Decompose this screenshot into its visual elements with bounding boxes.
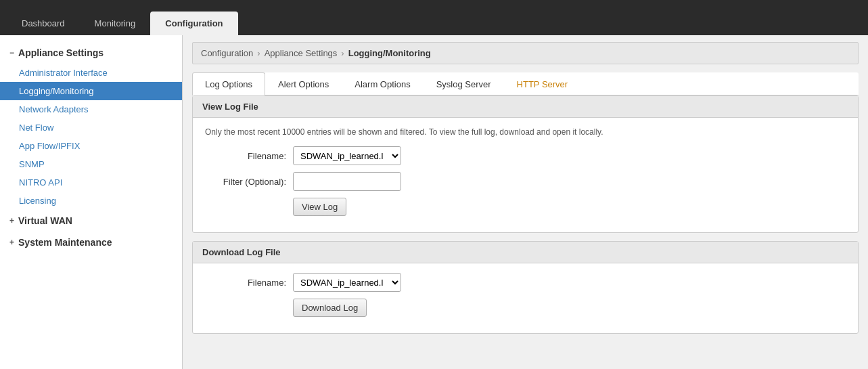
breadcrumb: Configuration › Appliance Settings › Log… [192, 42, 859, 64]
nav-tab-monitoring[interactable]: Monitoring [80, 12, 151, 35]
tab-http-server[interactable]: HTTP Server [504, 72, 581, 95]
breadcrumb-sep-2: › [341, 48, 344, 58]
collapse-icon: − [9, 48, 14, 58]
nav-tab-configuration[interactable]: Configuration [150, 12, 237, 35]
main-content: Configuration › Appliance Settings › Log… [183, 35, 868, 369]
sidebar: − Appliance Settings Administrator Inter… [0, 35, 183, 369]
breadcrumb-sep-1: › [257, 48, 260, 58]
top-nav: Dashboard Monitoring Configuration [0, 0, 868, 35]
view-log-button-row: View Log [205, 198, 846, 216]
view-log-filter-input[interactable] [293, 172, 401, 191]
download-log-button-row: Download Log [205, 299, 846, 317]
view-log-card-header: View Log File [193, 96, 858, 118]
view-log-filename-label: Filename: [205, 151, 293, 161]
download-log-filename-label: Filename: [205, 278, 293, 288]
sidebar-item-network-adapters[interactable]: Network Adapters [0, 100, 182, 118]
tab-alert-options[interactable]: Alert Options [265, 72, 342, 95]
sidebar-item-net-flow[interactable]: Net Flow [0, 118, 182, 137]
nav-tab-dashboard[interactable]: Dashboard [7, 12, 80, 35]
sidebar-section-title-system-maintenance: System Maintenance [18, 237, 112, 248]
sidebar-item-nitro-api[interactable]: NITRO API [0, 173, 182, 192]
view-log-filter-row: Filter (Optional): [205, 172, 846, 191]
breadcrumb-current: Logging/Monitoring [348, 48, 431, 58]
view-log-button[interactable]: View Log [293, 198, 346, 216]
view-log-filename-row: Filename: SDWAN_ip_learned.l [205, 146, 846, 165]
view-log-info-text: Only the most recent 10000 entries will … [205, 127, 846, 137]
download-log-card: Download Log File Filename: SDWAN_ip_lea… [192, 241, 859, 334]
download-log-filename-row: Filename: SDWAN_ip_learned.l [205, 273, 846, 292]
expand-icon-system-maintenance: + [9, 238, 14, 247]
breadcrumb-configuration[interactable]: Configuration [201, 48, 253, 58]
view-log-card-body: Only the most recent 10000 entries will … [193, 118, 858, 232]
sidebar-section-appliance-settings[interactable]: − Appliance Settings [0, 42, 182, 64]
sidebar-section-virtual-wan[interactable]: + Virtual WAN [0, 210, 182, 232]
main-layout: − Appliance Settings Administrator Inter… [0, 35, 868, 369]
sidebar-item-logging-monitoring[interactable]: Logging/Monitoring [0, 82, 182, 100]
sidebar-item-app-flow[interactable]: App Flow/IPFIX [0, 137, 182, 155]
sidebar-section-title-virtual-wan: Virtual WAN [18, 215, 72, 226]
tab-log-options[interactable]: Log Options [192, 72, 265, 95]
view-log-filter-label: Filter (Optional): [205, 177, 293, 187]
tab-syslog-server[interactable]: Syslog Server [424, 72, 504, 95]
tabs-bar: Log Options Alert Options Alarm Options … [192, 72, 859, 95]
sidebar-item-licensing[interactable]: Licensing [0, 192, 182, 210]
download-log-card-header: Download Log File [193, 242, 858, 263]
view-log-filename-select[interactable]: SDWAN_ip_learned.l [293, 146, 401, 165]
download-log-card-body: Filename: SDWAN_ip_learned.l Download Lo… [193, 263, 858, 333]
breadcrumb-appliance-settings[interactable]: Appliance Settings [265, 48, 338, 58]
sidebar-items-appliance: Administrator Interface Logging/Monitori… [0, 64, 182, 210]
sidebar-item-admin-interface[interactable]: Administrator Interface [0, 64, 182, 82]
sidebar-section-title-appliance: Appliance Settings [18, 47, 104, 58]
expand-icon-virtual-wan: + [9, 216, 14, 225]
download-log-button[interactable]: Download Log [293, 299, 367, 317]
view-log-card: View Log File Only the most recent 10000… [192, 95, 859, 233]
sidebar-section-system-maintenance[interactable]: + System Maintenance [0, 232, 182, 253]
tab-alarm-options[interactable]: Alarm Options [342, 72, 423, 95]
download-log-filename-select[interactable]: SDWAN_ip_learned.l [293, 273, 401, 292]
sidebar-item-snmp[interactable]: SNMP [0, 155, 182, 173]
